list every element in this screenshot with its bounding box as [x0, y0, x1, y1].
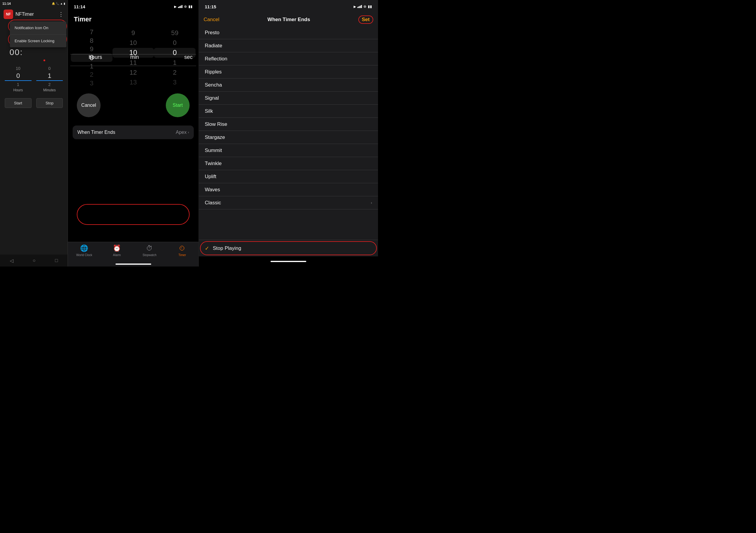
picker-min-9[interactable]: 9	[113, 28, 154, 38]
hours-bottom-val: 1	[17, 82, 19, 87]
sound-signal-1	[358, 7, 358, 8]
sound-item-silk[interactable]: Silk	[199, 105, 378, 118]
sound-name-uplift: Uplift	[205, 174, 216, 180]
ios-clock-wifi-icon: ⊕	[184, 5, 187, 9]
picker-hour-8[interactable]: 8	[71, 37, 113, 45]
time-picker[interactable]: 7 8 9 0 1 2 3 hours 9 10 10 11 12 13 min…	[68, 28, 199, 88]
picker-sec-59[interactable]: 59	[154, 28, 196, 38]
sound-name-slow-rise: Slow Rise	[205, 121, 228, 127]
home-button[interactable]: ○	[33, 258, 36, 263]
minutes-main-val[interactable]: 1	[36, 72, 63, 81]
wifi-status-icon: ▲	[60, 2, 63, 5]
world-clock-label: World Clock	[76, 253, 92, 257]
recent-button[interactable]: □	[55, 258, 58, 263]
picker-hour-1[interactable]: 1	[71, 62, 113, 70]
timer-icon: ⏲	[179, 244, 185, 252]
sound-item-classic[interactable]: Classic ›	[199, 196, 378, 209]
enable-screen-locking-item[interactable]: Enable Screen Locking	[10, 35, 67, 47]
sound-cancel-button[interactable]: Cancel	[203, 17, 219, 23]
stop-button[interactable]: Stop	[36, 98, 63, 108]
ios-sound-status-right: ▶ ⊕ ▮▮	[354, 5, 372, 9]
ios-clock-location-icon: ▶	[174, 5, 176, 9]
signal-bar-2	[179, 6, 180, 8]
back-button[interactable]: ◁	[10, 258, 14, 264]
minutes-picker-col[interactable]: 9 10 10 11 12 13 min	[113, 28, 154, 88]
ios-tab-bar: 🌐 World Clock ⏰ Alarm ⏱ Stopwatch ⏲ Time…	[68, 242, 199, 266]
sound-set-button[interactable]: Set	[358, 15, 373, 24]
sound-item-stargaze[interactable]: Stargaze	[199, 131, 378, 144]
timer-row-top: 10 0 1 Hours 0 1 2 Minutes	[5, 66, 63, 92]
sound-name-radiate: Radiate	[205, 43, 222, 49]
sound-item-waves[interactable]: Waves	[199, 183, 378, 196]
sound-item-slow-rise[interactable]: Slow Rise	[199, 118, 378, 131]
sound-item-presto[interactable]: Presto	[199, 26, 378, 39]
sound-wifi-icon: ⊕	[364, 5, 366, 9]
tab-stopwatch[interactable]: ⏱ Stopwatch	[133, 244, 166, 257]
sound-name-stargaze: Stargaze	[205, 135, 225, 140]
ios-sound-panel: 11:15 ▶ ⊕ ▮▮ Cancel When Timer Ends Set …	[199, 0, 378, 266]
minutes-label: Minutes	[43, 88, 56, 92]
sound-item-uplift[interactable]: Uplift	[199, 170, 378, 183]
ios-start-button[interactable]: Start	[166, 93, 190, 117]
picker-sec-3[interactable]: 3	[154, 78, 196, 88]
ios-cancel-button[interactable]: Cancel	[77, 93, 101, 117]
picker-hour-9[interactable]: 9	[71, 45, 113, 54]
more-menu-icon[interactable]: ⋮	[58, 11, 64, 17]
picker-hour-2[interactable]: 2	[71, 70, 113, 79]
sound-name-silk: Silk	[205, 108, 213, 114]
when-timer-ends-row[interactable]: When Timer Ends Apex ›	[73, 125, 194, 139]
when-timer-ends-label: When Timer Ends	[77, 130, 115, 135]
picker-min-12[interactable]: 12	[113, 67, 154, 77]
signal-bar-4	[181, 5, 182, 8]
minutes-top-val: 0	[48, 66, 51, 71]
stop-playing-row[interactable]: ✓ Stop Playing	[199, 240, 378, 256]
notification-icon-on-item[interactable]: Notification Icon On	[10, 21, 67, 35]
when-timer-ends-value[interactable]: Apex ›	[176, 130, 189, 135]
picker-sec-0[interactable]: 0	[154, 38, 196, 48]
start-button[interactable]: Start	[5, 98, 32, 108]
hours-picker-col[interactable]: 7 8 9 0 1 2 3 hours	[71, 28, 113, 88]
sound-item-ripples[interactable]: Ripples	[199, 65, 378, 79]
sound-item-twinkle[interactable]: Twinkle	[199, 157, 378, 170]
apex-circle-annotation	[77, 204, 190, 225]
sound-item-signal[interactable]: Signal	[199, 91, 378, 105]
ios-clock-status-right: ▶ ⊕ ▮▮	[174, 5, 193, 9]
picker-hour-3[interactable]: 3	[71, 79, 113, 88]
picker-sec-2[interactable]: 2	[154, 67, 196, 77]
sound-signal-2	[359, 6, 360, 8]
timer-controls: 10 0 1 Hours 0 1 2 Minutes	[0, 63, 68, 96]
seconds-picker-col[interactable]: 59 0 0 1 2 3 sec	[154, 28, 196, 88]
stop-playing-label: Stop Playing	[213, 245, 241, 251]
ios-sound-time: 11:15	[205, 4, 216, 9]
picker-min-13[interactable]: 13	[113, 78, 154, 88]
app-logo: NF	[4, 10, 13, 19]
tab-world-clock[interactable]: 🌐 World Clock	[68, 244, 101, 257]
android-status-icons: 🔔 📞 ▲ ▮	[52, 2, 65, 5]
ios-clock-time: 11:14	[74, 4, 85, 9]
sound-item-sencha[interactable]: Sencha	[199, 79, 378, 91]
sound-item-summit[interactable]: Summit	[199, 144, 378, 157]
app-title-row: NF NFTimer	[4, 10, 34, 19]
sound-name-reflection: Reflection	[205, 56, 228, 62]
picker-hour-7[interactable]: 7	[71, 28, 113, 37]
picker-min-10[interactable]: 10	[113, 38, 154, 48]
sound-name-classic: Classic	[205, 200, 221, 206]
sound-item-reflection[interactable]: Reflection	[199, 52, 378, 65]
hours-main-val[interactable]: 0	[5, 72, 32, 81]
ios-timer-title: Timer	[68, 13, 199, 28]
sound-home-bar	[271, 261, 306, 262]
sound-item-radiate[interactable]: Radiate	[199, 39, 378, 52]
phone-icon: 📞	[56, 2, 59, 5]
when-timer-ends-chevron: ›	[188, 130, 189, 135]
sound-name-sencha: Sencha	[205, 82, 222, 88]
tab-timer[interactable]: ⏲ Timer	[166, 244, 199, 257]
when-timer-ends-title: When Timer Ends	[268, 17, 310, 23]
android-status-bar: 11:14 🔔 📞 ▲ ▮	[0, 0, 68, 7]
tab-alarm[interactable]: ⏰ Alarm	[101, 244, 133, 257]
timer-label: Timer	[178, 253, 186, 257]
hours-col: 10 0 1 Hours	[5, 66, 32, 92]
stop-playing-checkmark: ✓	[205, 245, 209, 252]
sound-name-twinkle: Twinkle	[205, 161, 222, 166]
hours-top-val: 10	[16, 66, 20, 71]
minutes-picker-label: min	[130, 54, 139, 61]
